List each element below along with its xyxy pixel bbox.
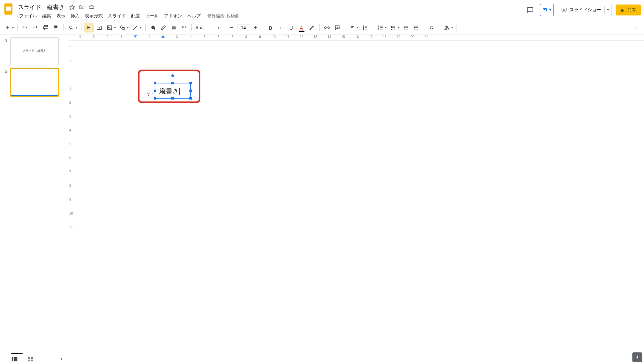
new-slide-caret[interactable]: ▼: [12, 26, 14, 29]
font-size-increase[interactable]: +: [251, 23, 260, 33]
paint-format-button[interactable]: [51, 23, 61, 33]
slide-thumbnails-panel[interactable]: 1 スライド 縦書き 2 ⋯: [0, 35, 68, 361]
resize-handle-tl[interactable]: [154, 82, 156, 84]
thumbnail-1[interactable]: 1 スライド 縦書き: [5, 37, 66, 65]
shape-tool-button[interactable]: [118, 23, 127, 33]
redo-button[interactable]: [31, 23, 40, 33]
italic-button[interactable]: I: [276, 23, 286, 33]
menu-arrange[interactable]: 配置: [129, 12, 142, 20]
input-tools-button[interactable]: あ: [442, 23, 451, 33]
image-tool-button[interactable]: [105, 23, 114, 33]
star-icon[interactable]: [69, 4, 75, 10]
resize-handle-tc[interactable]: [171, 82, 174, 84]
filmstrip-view-button[interactable]: [12, 357, 18, 362]
menu-format[interactable]: 表示形式: [82, 12, 105, 20]
indent-increase-button[interactable]: [411, 23, 421, 33]
present-upload-button[interactable]: ▼: [540, 4, 554, 16]
align-caret[interactable]: ▼: [357, 26, 359, 29]
autofit-options-button[interactable]: [144, 90, 153, 98]
doc-title[interactable]: スライド 縦書き: [17, 3, 66, 12]
resize-handle-lc[interactable]: [154, 90, 156, 92]
shape-caret[interactable]: ▼: [127, 26, 129, 29]
font-size-input[interactable]: 14: [237, 24, 250, 31]
menu-edit[interactable]: 編集: [40, 12, 53, 20]
grid-view-button[interactable]: [28, 357, 34, 362]
slideshow-button[interactable]: スライドショー: [558, 5, 605, 15]
share-button[interactable]: 共有: [616, 5, 641, 15]
menu-tools[interactable]: ツール: [143, 12, 161, 20]
svg-text:3: 3: [378, 28, 379, 30]
toolbar-expand-button[interactable]: ㄟ: [632, 23, 641, 33]
explore-button[interactable]: [632, 352, 642, 362]
slide-canvas[interactable]: 縦書き: [103, 47, 451, 243]
line-spacing-button[interactable]: [360, 23, 370, 33]
rotation-handle[interactable]: [171, 74, 174, 77]
more-tools-button[interactable]: ⋯: [459, 23, 469, 33]
highlight-color-button[interactable]: [307, 23, 317, 33]
align-button[interactable]: [348, 23, 357, 33]
menu-slide[interactable]: スライド: [106, 12, 128, 20]
line-tool-button[interactable]: [130, 23, 140, 33]
input-tools-caret[interactable]: ▼: [451, 26, 453, 29]
image-caret[interactable]: ▼: [114, 26, 116, 29]
menu-file[interactable]: ファイル: [17, 12, 39, 20]
font-size-decrease[interactable]: −: [227, 23, 236, 33]
selected-textbox[interactable]: 縦書き: [155, 83, 191, 99]
slides-logo[interactable]: [2, 3, 15, 15]
resize-handle-bl[interactable]: [154, 97, 156, 100]
clear-formatting-button[interactable]: [427, 23, 436, 33]
resize-handle-bc[interactable]: [171, 97, 174, 100]
zoom-caret[interactable]: ▼: [75, 26, 78, 29]
undo-button[interactable]: [20, 23, 30, 33]
svg-rect-6: [621, 10, 624, 11]
insert-link-button[interactable]: [322, 23, 332, 33]
slideshow-caret[interactable]: ▼: [605, 4, 612, 16]
vertical-ruler[interactable]: 211234567891011: [68, 41, 75, 361]
bold-button[interactable]: B: [266, 23, 275, 33]
svg-point-14: [120, 26, 123, 28]
textbox-tool-button[interactable]: [94, 23, 104, 33]
numbered-list-caret[interactable]: ▼: [385, 26, 387, 29]
text-color-button[interactable]: A: [297, 23, 306, 33]
cloud-status-icon[interactable]: [88, 4, 95, 10]
zoom-button[interactable]: [66, 23, 76, 33]
canvas-scroll[interactable]: 縦書き: [75, 41, 644, 361]
ruler-corner: [68, 35, 75, 41]
menu-help[interactable]: ヘルプ: [185, 12, 203, 20]
svg-marker-5: [564, 9, 565, 11]
horizontal-ruler[interactable]: 4321123456789101112131415161718192021: [75, 35, 644, 41]
font-family-select[interactable]: Arial▼: [194, 25, 221, 31]
thumbnail-2[interactable]: 2 ⋯: [5, 68, 66, 96]
border-dash-button[interactable]: [179, 23, 189, 33]
select-tool-button[interactable]: [84, 23, 94, 33]
svg-point-10: [70, 26, 72, 29]
svg-rect-26: [28, 359, 30, 361]
resize-handle-br[interactable]: [189, 97, 192, 100]
svg-point-19: [391, 26, 392, 26]
numbered-list-button[interactable]: 123: [376, 23, 385, 33]
textbox-text[interactable]: 縦書き: [159, 87, 180, 95]
last-edit-link[interactable]: 最終編集: 数秒前: [207, 13, 239, 19]
border-weight-button[interactable]: [169, 23, 178, 33]
menu-addons[interactable]: アドオン: [162, 12, 184, 20]
bulleted-list-button[interactable]: [388, 23, 398, 33]
print-button[interactable]: [41, 23, 51, 33]
new-slide-button[interactable]: [3, 23, 12, 33]
underline-button[interactable]: U: [286, 23, 296, 33]
resize-handle-tr[interactable]: [189, 82, 192, 84]
menu-insert[interactable]: 挿入: [68, 12, 82, 20]
move-folder-icon[interactable]: [79, 4, 85, 10]
resize-handle-rc[interactable]: [189, 90, 192, 92]
bulleted-list-caret[interactable]: ▼: [397, 26, 400, 29]
canvas-column: 4321123456789101112131415161718192021 21…: [68, 35, 644, 361]
comments-button[interactable]: [524, 4, 536, 16]
border-color-button[interactable]: [159, 23, 168, 33]
collapse-panel-button[interactable]: ‹: [61, 355, 62, 362]
menu-view[interactable]: 表示: [54, 12, 68, 20]
insert-comment-button[interactable]: [332, 23, 342, 33]
line-caret[interactable]: ▼: [139, 26, 142, 29]
thumb-number: 2: [5, 68, 8, 96]
fill-color-button[interactable]: [148, 23, 158, 33]
title-area: スライド 縦書き ファイル 編集 表示 挿入 表示形式 スライド 配置 ツール …: [17, 3, 524, 21]
indent-decrease-button[interactable]: [401, 23, 411, 33]
